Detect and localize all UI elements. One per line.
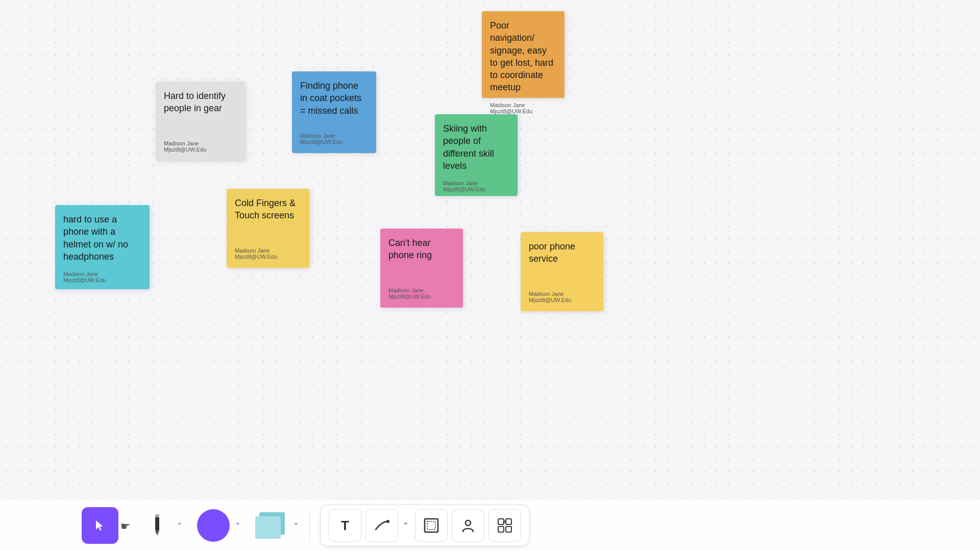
sticky-stack-preview [255,512,288,539]
tool-section-select: ☛ [82,507,131,544]
sticky-note-identify[interactable]: Hard to identify people in gear Madison … [156,82,245,161]
svg-rect-2 [155,514,159,517]
note-author: Madison Jane Mjszt8@UW.Edu [235,247,301,260]
connector-icon [374,517,390,534]
sticky-note-cant-hear[interactable]: Can't hear phone ring Madison Jane Mjszt… [380,229,463,308]
note-text: Cold Fingers & Touch screens [235,197,301,239]
pencil-chevron-icon[interactable]: ⌃ [177,521,183,530]
note-author: Madison Jane Mjszt8@UW.Edu [164,140,237,153]
stamp-icon [460,517,476,534]
pencil-tool-button[interactable] [139,507,176,544]
svg-rect-4 [425,519,438,532]
pencil-icon [150,513,164,538]
svg-rect-7 [498,519,504,524]
sticky-note-poor-service[interactable]: poor phone service Madison Jane Mjszt8@U… [521,232,603,311]
toolbar: ☛ ⌃ ⌃ [0,500,980,551]
shape-tool-button[interactable] [193,505,234,546]
note-author: Madison Jane Mjszt8@UW.Edu [529,291,595,303]
note-author: Madison Jane Mjszt8@UW.Edu [300,133,368,145]
svg-point-3 [386,520,389,523]
sticky-tool-group: ⌃ [251,505,299,546]
note-text: Finding phone in coat pockets = missed c… [300,80,368,124]
connector-tool-button[interactable] [365,509,398,542]
sticky-note-finding-phone[interactable]: Finding phone in coat pockets = missed c… [292,71,376,153]
hand-cursor-icon: ☛ [120,520,131,533]
note-text: Hard to identify people in gear [164,90,237,132]
shape-chevron-icon[interactable]: ⌃ [235,521,241,530]
text-tool-icon: T [341,518,349,534]
rect-front [255,516,281,539]
note-text: hard to use a phone with a helmet on w/ … [63,213,141,263]
svg-rect-5 [427,521,435,530]
frame-icon [423,517,439,534]
svg-marker-1 [155,531,159,536]
note-author: Madison Jane Mjszt8@UW.Edu [63,271,141,283]
cursor-icon [93,518,107,533]
note-text: Poor navigation/ signage, easy to get lo… [490,19,556,94]
note-text: poor phone service [529,240,595,283]
tool-section-pencil: ⌃ [139,507,183,544]
tool-section-sticky: ⌃ [251,505,299,546]
svg-rect-10 [506,527,511,532]
connector-chevron-icon[interactable]: ⌃ [402,521,409,531]
more-tools-button[interactable] [488,509,521,542]
note-text: Can't hear phone ring [388,237,455,279]
svg-rect-8 [506,519,511,524]
sticky-note-navigation[interactable]: Poor navigation/ signage, easy to get lo… [482,11,565,98]
tool-section-shape: ⌃ [193,505,241,546]
note-text: Skiing with people of different skill le… [443,122,509,172]
icon-tools-section: T ⌃ [320,505,530,546]
sticky-note-helmet-phone[interactable]: hard to use a phone with a helmet on w/ … [55,205,150,289]
sticky-tool-button[interactable] [251,505,292,546]
more-tools-icon [497,517,513,534]
sticky-chevron-icon[interactable]: ⌃ [293,521,299,530]
select-tool-button[interactable] [82,507,118,544]
note-author: Madison Jane Mjszt8@UW.Edu [443,180,509,192]
sticky-note-skiing[interactable]: Skiing with people of different skill le… [435,114,518,196]
frame-tool-button[interactable] [415,509,448,542]
sticky-note-cold-fingers[interactable]: Cold Fingers & Touch screens Madison Jan… [227,189,309,268]
pencil-tool-group: ⌃ [139,507,183,544]
toolbar-divider [309,510,310,541]
shape-tool-group: ⌃ [193,505,241,546]
svg-point-6 [465,520,471,525]
stamp-tool-button[interactable] [452,509,484,542]
text-tool-button[interactable]: T [329,509,361,542]
note-author: Madison Jane Mjszt8@UW.Edu [490,102,556,114]
svg-rect-9 [498,527,504,532]
note-author: Madison Jane Mjszt8@UW.Edu [388,287,455,299]
circle-shape-preview [197,509,230,542]
